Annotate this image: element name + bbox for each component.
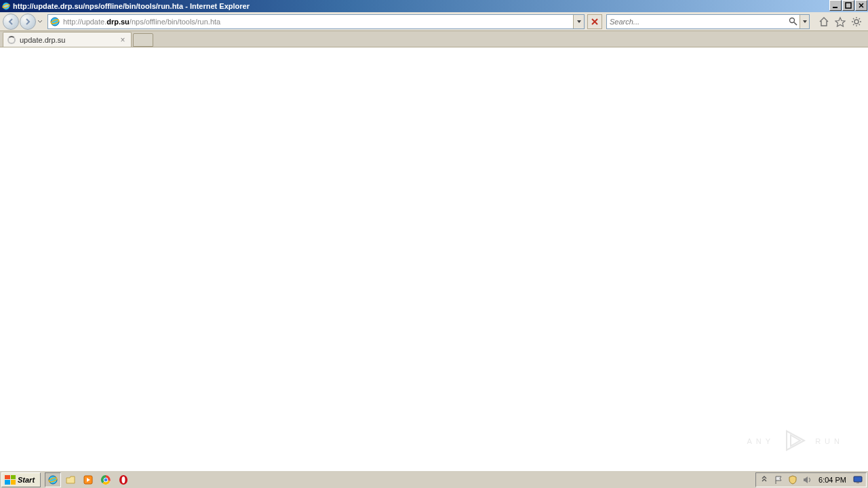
taskbar-mediaplayer-button[interactable] [80, 472, 96, 487]
play-icon [780, 426, 810, 457]
address-bar[interactable]: http://update.drp.su/nps/offline/bin/too… [47, 14, 585, 29]
taskbar-clock[interactable]: 6:04 PM [816, 476, 849, 484]
start-button[interactable]: Start [1, 472, 41, 487]
browser-tab[interactable]: update.drp.su × [3, 32, 132, 47]
search-provider-dropdown[interactable] [800, 15, 809, 28]
url-host: drp.su [106, 18, 130, 26]
forward-button[interactable] [20, 14, 36, 30]
url-prefix: http://update. [63, 18, 106, 26]
address-dropdown[interactable] [573, 15, 584, 28]
svg-line-7 [794, 22, 797, 25]
quick-launch [45, 471, 132, 488]
browser-toolbar: http://update.drp.su/nps/offline/bin/too… [0, 12, 868, 31]
window-title: http://update.drp.su/nps/offline/bin/too… [13, 2, 829, 10]
toolbar-right-icons [818, 16, 863, 28]
nav-buttons [3, 14, 43, 30]
address-text[interactable]: http://update.drp.su/nps/offline/bin/too… [62, 18, 573, 26]
tray-volume-icon[interactable] [802, 474, 812, 485]
tab-label: update.drp.su [20, 36, 115, 44]
search-button[interactable] [786, 15, 800, 28]
maximize-button[interactable] [842, 0, 854, 11]
page-icon [48, 16, 62, 27]
taskbar-chrome-button[interactable] [98, 472, 114, 487]
tab-bar: update.drp.su × [0, 31, 868, 47]
windows-logo-icon [5, 475, 16, 485]
nav-history-dropdown[interactable] [37, 19, 43, 24]
svg-point-6 [789, 18, 794, 23]
start-label: Start [18, 476, 35, 484]
watermark: ANY RUN [747, 426, 844, 457]
tools-button[interactable] [850, 16, 863, 28]
favorites-button[interactable] [834, 16, 846, 28]
watermark-right: RUN [815, 437, 844, 445]
window-controls [829, 0, 868, 12]
url-path: /nps/offline/bin/tools/run.hta [130, 18, 220, 26]
taskbar-explorer-button[interactable] [62, 472, 79, 487]
close-button[interactable] [855, 0, 867, 11]
page-content: ANY RUN [0, 47, 868, 470]
tray-expand-icon[interactable] [759, 474, 770, 485]
svg-rect-2 [833, 7, 837, 8]
tray-flag-icon[interactable] [773, 474, 784, 485]
search-bar[interactable] [606, 14, 810, 29]
tray-monitor-icon[interactable] [852, 474, 863, 485]
taskbar-opera-button[interactable] [115, 472, 132, 487]
system-tray: 6:04 PM [755, 472, 867, 487]
svg-point-13 [104, 478, 108, 482]
svg-rect-16 [854, 476, 862, 482]
tab-close-button[interactable]: × [119, 36, 127, 44]
svg-rect-17 [856, 482, 859, 483]
svg-rect-3 [846, 3, 851, 8]
new-tab-button[interactable] [133, 33, 153, 47]
minimize-button[interactable] [829, 0, 842, 11]
home-button[interactable] [818, 16, 830, 28]
window-titlebar: http://update.drp.su/nps/offline/bin/too… [0, 0, 868, 12]
loading-spinner-icon [7, 36, 16, 44]
taskbar-ie-button[interactable] [45, 472, 61, 487]
ie-logo-icon [1, 1, 11, 11]
tray-security-icon[interactable] [787, 474, 798, 485]
watermark-left: ANY [747, 437, 775, 445]
svg-point-15 [122, 476, 125, 483]
stop-button[interactable] [587, 14, 602, 29]
svg-point-8 [854, 20, 859, 24]
search-input[interactable] [607, 15, 786, 28]
back-button[interactable] [3, 14, 19, 30]
taskbar: Start 6:04 PM [0, 470, 868, 488]
